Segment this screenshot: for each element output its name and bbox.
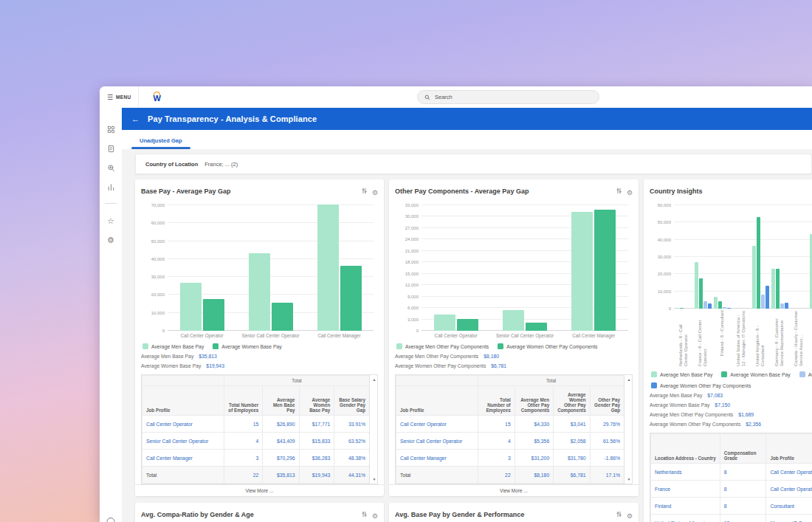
bar-women_base[interactable]	[718, 301, 722, 309]
menu-button[interactable]: ☰ MENU	[100, 86, 139, 108]
cell-value[interactable]: $26,890	[277, 422, 295, 427]
summary-value[interactable]: $6,781	[491, 363, 506, 368]
cell-value[interactable]: Finland	[655, 504, 671, 509]
cell-value[interactable]: $31,780	[568, 456, 586, 461]
cell-value[interactable]: $15,833	[312, 439, 331, 444]
cell-value[interactable]: Call Center Operator	[770, 487, 812, 492]
legend-item[interactable]: Average Women Other Pay Components	[498, 343, 597, 349]
bar-women_base[interactable]	[680, 308, 684, 309]
bar-women_base[interactable]	[203, 299, 224, 331]
column-header[interactable]: Job Profile	[142, 386, 224, 416]
cell-value[interactable]: Call Center Operator	[400, 422, 447, 427]
legend-item[interactable]: Average Women Base Pay	[721, 371, 790, 377]
summary-value[interactable]: $1,689	[738, 412, 754, 417]
cell-value[interactable]: 48.38%	[348, 456, 365, 461]
bar-men_base[interactable]	[675, 308, 679, 309]
legend-item[interactable]: Average Women Other Pay Components	[651, 382, 751, 388]
bar-men_base[interactable]	[317, 205, 339, 331]
legend-item[interactable]: Average Women Base Pay	[213, 343, 281, 349]
sidebar-item-dashboard-grid[interactable]	[107, 120, 115, 139]
cell-value[interactable]: France	[655, 487, 670, 492]
bar-women_other[interactable]	[765, 286, 769, 309]
search-input[interactable]	[435, 94, 568, 100]
gear-icon[interactable]: ⚙	[372, 508, 378, 521]
filter-sliders-icon[interactable]	[616, 188, 622, 194]
cell-value[interactable]: Consultant	[770, 504, 794, 509]
cell-value[interactable]: $3,041	[571, 422, 586, 427]
bar-women_base[interactable]	[776, 269, 780, 309]
cell-value[interactable]: 17.1%	[606, 473, 620, 478]
summary-value[interactable]: $19,943	[206, 363, 224, 368]
summary-value[interactable]: $7,083	[707, 393, 723, 398]
sidebar-item-bar-chart[interactable]	[107, 177, 115, 196]
cell-value[interactable]: 15	[253, 422, 259, 427]
cell-value[interactable]: 8	[724, 487, 727, 492]
legend-item[interactable]: Average Men Other Pay Components	[396, 343, 489, 349]
column-header[interactable]: Average Men Base Pay	[263, 386, 299, 416]
sort-desc-icon[interactable]: ▼	[627, 477, 631, 481]
column-header[interactable]: Location Address - Country	[651, 434, 720, 464]
global-search[interactable]	[417, 90, 599, 104]
cell-value[interactable]: Call Center Manager	[400, 456, 447, 461]
sort-desc-icon[interactable]: ▼	[373, 477, 376, 481]
back-arrow-icon[interactable]: ←	[131, 114, 140, 123]
cell-value[interactable]: Senior Call Center Operator	[146, 439, 208, 444]
filter-sliders-icon[interactable]	[361, 511, 368, 518]
sidebar-item-gear[interactable]: ⚙	[107, 230, 114, 249]
column-header[interactable]: Job Profile	[396, 386, 478, 416]
cell-value[interactable]: $5,356	[534, 439, 549, 444]
column-header[interactable]: Total Number of Employees	[478, 386, 515, 416]
filter-value[interactable]: France; ... (2)	[204, 161, 238, 168]
cell-value[interactable]: $8,180	[534, 473, 549, 478]
cell-value[interactable]: 3	[255, 456, 258, 461]
cell-value[interactable]: 8	[724, 470, 727, 475]
bar-men_base[interactable]	[180, 283, 202, 331]
bar-men_base[interactable]	[249, 253, 270, 331]
cell-value[interactable]: 22	[505, 473, 511, 478]
bar-women_other_green[interactable]	[526, 323, 547, 331]
cell-value[interactable]: $35,813	[277, 473, 295, 478]
bar-men_other[interactable]	[723, 307, 726, 309]
sidebar-item-report[interactable]	[107, 139, 115, 158]
cell-value[interactable]: 63.52%	[348, 439, 365, 444]
cell-value[interactable]: 4	[255, 439, 258, 444]
gear-icon[interactable]: ⚙	[372, 185, 378, 198]
summary-value[interactable]: $7,150	[715, 402, 730, 408]
workday-logo[interactable]: W	[153, 92, 160, 103]
bar-men_base[interactable]	[752, 246, 756, 309]
cell-value[interactable]: 3	[508, 456, 511, 461]
cell-value[interactable]: $4,330	[534, 422, 549, 427]
summary-value[interactable]: $8,180	[484, 354, 499, 359]
view-more-button[interactable]: View More ...	[135, 484, 384, 496]
column-header[interactable]: Total Number of Employees	[224, 386, 262, 416]
summary-value[interactable]: $2,356	[746, 422, 761, 427]
legend-item[interactable]: Average Men Base Pay	[651, 371, 712, 377]
column-header[interactable]: Job Profile	[766, 434, 812, 464]
cell-value[interactable]: -1.86%	[604, 456, 620, 461]
column-header[interactable]: Average Women Other Pay Components	[554, 386, 590, 416]
cell-value[interactable]: 15	[505, 422, 511, 427]
cell-value[interactable]: $70,296	[277, 456, 295, 461]
bar-men_other_green[interactable]	[434, 315, 455, 331]
gear-icon[interactable]: ⚙	[627, 508, 633, 521]
sidebar-item-star[interactable]: ☆	[107, 210, 114, 230]
bar-men_other_green[interactable]	[571, 212, 593, 331]
cell-value[interactable]: Call Center Manager	[146, 456, 193, 461]
cell-value[interactable]: $17,771	[312, 422, 331, 427]
sidebar-item-search-plus[interactable]	[107, 158, 115, 177]
bar-women_base[interactable]	[757, 217, 760, 309]
gear-icon[interactable]: ⚙	[627, 185, 633, 198]
cell-value[interactable]: 8	[724, 504, 727, 509]
bar-women_base[interactable]	[699, 278, 703, 309]
cell-value[interactable]: Call Center Operator	[146, 422, 193, 427]
bar-men_base[interactable]	[771, 269, 775, 309]
column-header[interactable]: Average Women Base Pay	[299, 386, 334, 416]
bar-women_other[interactable]	[708, 303, 712, 309]
cell-value[interactable]: 29.76%	[603, 422, 620, 427]
column-header[interactable]: Compensation Grade	[720, 434, 766, 464]
bar-women_other[interactable]	[785, 303, 788, 309]
cell-value[interactable]: $2,058	[571, 439, 586, 444]
cell-value[interactable]: Call Center Operator	[770, 470, 812, 475]
column-header[interactable]: Base Salary Gender Pay Gap	[334, 386, 370, 416]
bar-women_base[interactable]	[272, 303, 293, 331]
